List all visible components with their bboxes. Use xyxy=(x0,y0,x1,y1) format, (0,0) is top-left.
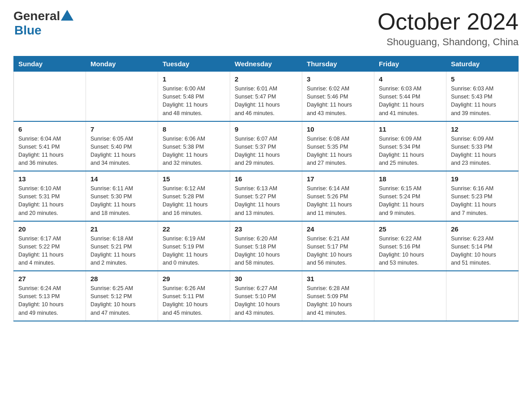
header-friday: Friday xyxy=(374,56,446,72)
logo-general-text: General xyxy=(13,9,60,23)
day-number: 24 xyxy=(307,225,369,233)
logo-triangle-icon xyxy=(61,10,73,21)
day-number: 23 xyxy=(235,225,297,233)
day-info: Sunrise: 6:17 AM Sunset: 5:22 PM Dayligh… xyxy=(18,235,81,267)
day-info: Sunrise: 6:05 AM Sunset: 5:40 PM Dayligh… xyxy=(90,135,153,167)
calendar-cell: 4Sunrise: 6:03 AM Sunset: 5:44 PM Daylig… xyxy=(374,72,446,121)
day-number: 13 xyxy=(18,175,81,183)
calendar-cell: 1Sunrise: 6:00 AM Sunset: 5:48 PM Daylig… xyxy=(158,72,230,121)
day-info: Sunrise: 6:24 AM Sunset: 5:13 PM Dayligh… xyxy=(18,284,81,317)
day-number: 12 xyxy=(451,125,514,133)
header-sunday: Sunday xyxy=(14,56,86,72)
calendar-cell xyxy=(14,72,86,121)
day-number: 19 xyxy=(451,175,514,183)
calendar-cell: 31Sunrise: 6:28 AM Sunset: 5:09 PM Dayli… xyxy=(302,271,374,321)
day-number: 5 xyxy=(451,75,514,83)
day-info: Sunrise: 6:09 AM Sunset: 5:33 PM Dayligh… xyxy=(451,135,514,167)
day-number: 6 xyxy=(18,125,81,133)
day-number: 28 xyxy=(90,275,153,283)
day-info: Sunrise: 6:10 AM Sunset: 5:31 PM Dayligh… xyxy=(18,184,81,217)
day-info: Sunrise: 6:14 AM Sunset: 5:26 PM Dayligh… xyxy=(307,184,369,217)
day-number: 18 xyxy=(379,175,442,183)
day-info: Sunrise: 6:16 AM Sunset: 5:23 PM Dayligh… xyxy=(451,184,514,217)
day-number: 22 xyxy=(163,225,225,233)
calendar-cell: 10Sunrise: 6:08 AM Sunset: 5:35 PM Dayli… xyxy=(302,121,374,171)
calendar-cell: 6Sunrise: 6:04 AM Sunset: 5:41 PM Daylig… xyxy=(14,121,86,171)
header-saturday: Saturday xyxy=(446,56,519,72)
day-number: 15 xyxy=(163,175,225,183)
calendar-cell: 15Sunrise: 6:12 AM Sunset: 5:28 PM Dayli… xyxy=(158,171,230,221)
calendar-cell: 18Sunrise: 6:15 AM Sunset: 5:24 PM Dayli… xyxy=(374,171,446,221)
day-number: 27 xyxy=(18,275,81,283)
day-number: 30 xyxy=(235,275,297,283)
header-tuesday: Tuesday xyxy=(158,56,230,72)
page-subtitle: Shouguang, Shandong, China xyxy=(378,36,519,48)
calendar-cell: 13Sunrise: 6:10 AM Sunset: 5:31 PM Dayli… xyxy=(14,171,86,221)
calendar-cell xyxy=(446,271,519,321)
calendar-cell: 24Sunrise: 6:21 AM Sunset: 5:17 PM Dayli… xyxy=(302,221,374,271)
day-number: 8 xyxy=(163,125,225,133)
day-number: 7 xyxy=(90,125,153,133)
day-info: Sunrise: 6:22 AM Sunset: 5:16 PM Dayligh… xyxy=(379,235,442,267)
logo: General Blue xyxy=(13,9,73,38)
page-header: General Blue October 2024 Shouguang, Sha… xyxy=(13,9,519,48)
logo-blue-text: Blue xyxy=(14,23,73,38)
calendar-cell: 12Sunrise: 6:09 AM Sunset: 5:33 PM Dayli… xyxy=(446,121,519,171)
day-info: Sunrise: 6:06 AM Sunset: 5:38 PM Dayligh… xyxy=(163,135,225,167)
calendar-cell: 14Sunrise: 6:11 AM Sunset: 5:30 PM Dayli… xyxy=(86,171,158,221)
day-number: 20 xyxy=(18,225,81,233)
calendar-cell: 2Sunrise: 6:01 AM Sunset: 5:47 PM Daylig… xyxy=(230,72,302,121)
calendar-cell: 25Sunrise: 6:22 AM Sunset: 5:16 PM Dayli… xyxy=(374,221,446,271)
calendar-cell: 26Sunrise: 6:23 AM Sunset: 5:14 PM Dayli… xyxy=(446,221,519,271)
calendar-week-row: 6Sunrise: 6:04 AM Sunset: 5:41 PM Daylig… xyxy=(14,121,519,171)
day-number: 9 xyxy=(235,125,297,133)
calendar-week-row: 27Sunrise: 6:24 AM Sunset: 5:13 PM Dayli… xyxy=(14,271,519,321)
day-info: Sunrise: 6:02 AM Sunset: 5:46 PM Dayligh… xyxy=(307,85,369,117)
day-info: Sunrise: 6:08 AM Sunset: 5:35 PM Dayligh… xyxy=(307,135,369,167)
day-info: Sunrise: 6:03 AM Sunset: 5:43 PM Dayligh… xyxy=(451,85,514,117)
day-number: 26 xyxy=(451,225,514,233)
calendar-cell: 23Sunrise: 6:20 AM Sunset: 5:18 PM Dayli… xyxy=(230,221,302,271)
day-number: 17 xyxy=(307,175,369,183)
calendar-week-row: 13Sunrise: 6:10 AM Sunset: 5:31 PM Dayli… xyxy=(14,171,519,221)
page-title: October 2024 xyxy=(378,9,519,34)
day-info: Sunrise: 6:00 AM Sunset: 5:48 PM Dayligh… xyxy=(163,85,225,117)
calendar-cell xyxy=(374,271,446,321)
day-number: 10 xyxy=(307,125,369,133)
day-number: 21 xyxy=(90,225,153,233)
calendar-table: Sunday Monday Tuesday Wednesday Thursday… xyxy=(13,56,519,321)
day-info: Sunrise: 6:25 AM Sunset: 5:12 PM Dayligh… xyxy=(90,284,153,317)
day-number: 3 xyxy=(307,75,369,83)
calendar-cell: 5Sunrise: 6:03 AM Sunset: 5:43 PM Daylig… xyxy=(446,72,519,121)
calendar-cell: 27Sunrise: 6:24 AM Sunset: 5:13 PM Dayli… xyxy=(14,271,86,321)
day-number: 2 xyxy=(235,75,297,83)
calendar-cell xyxy=(86,72,158,121)
day-info: Sunrise: 6:27 AM Sunset: 5:10 PM Dayligh… xyxy=(235,284,297,317)
day-info: Sunrise: 6:23 AM Sunset: 5:14 PM Dayligh… xyxy=(451,235,514,267)
calendar-week-row: 20Sunrise: 6:17 AM Sunset: 5:22 PM Dayli… xyxy=(14,221,519,271)
header-thursday: Thursday xyxy=(302,56,374,72)
calendar-cell: 28Sunrise: 6:25 AM Sunset: 5:12 PM Dayli… xyxy=(86,271,158,321)
calendar-cell: 11Sunrise: 6:09 AM Sunset: 5:34 PM Dayli… xyxy=(374,121,446,171)
day-number: 4 xyxy=(379,75,442,83)
calendar-cell: 8Sunrise: 6:06 AM Sunset: 5:38 PM Daylig… xyxy=(158,121,230,171)
calendar-cell: 19Sunrise: 6:16 AM Sunset: 5:23 PM Dayli… xyxy=(446,171,519,221)
day-info: Sunrise: 6:07 AM Sunset: 5:37 PM Dayligh… xyxy=(235,135,297,167)
day-info: Sunrise: 6:21 AM Sunset: 5:17 PM Dayligh… xyxy=(307,235,369,267)
day-info: Sunrise: 6:12 AM Sunset: 5:28 PM Dayligh… xyxy=(163,184,225,217)
calendar-cell: 17Sunrise: 6:14 AM Sunset: 5:26 PM Dayli… xyxy=(302,171,374,221)
day-info: Sunrise: 6:03 AM Sunset: 5:44 PM Dayligh… xyxy=(379,85,442,117)
day-number: 14 xyxy=(90,175,153,183)
calendar-cell: 21Sunrise: 6:18 AM Sunset: 5:21 PM Dayli… xyxy=(86,221,158,271)
header-monday: Monday xyxy=(86,56,158,72)
calendar-cell: 7Sunrise: 6:05 AM Sunset: 5:40 PM Daylig… xyxy=(86,121,158,171)
day-info: Sunrise: 6:18 AM Sunset: 5:21 PM Dayligh… xyxy=(90,235,153,267)
title-block: October 2024 Shouguang, Shandong, China xyxy=(378,9,519,48)
calendar-week-row: 1Sunrise: 6:00 AM Sunset: 5:48 PM Daylig… xyxy=(14,72,519,121)
weekday-header-row: Sunday Monday Tuesday Wednesday Thursday… xyxy=(14,56,519,72)
header-wednesday: Wednesday xyxy=(230,56,302,72)
day-info: Sunrise: 6:19 AM Sunset: 5:19 PM Dayligh… xyxy=(163,235,225,267)
day-info: Sunrise: 6:28 AM Sunset: 5:09 PM Dayligh… xyxy=(307,284,369,317)
day-number: 25 xyxy=(379,225,442,233)
day-info: Sunrise: 6:13 AM Sunset: 5:27 PM Dayligh… xyxy=(235,184,297,217)
